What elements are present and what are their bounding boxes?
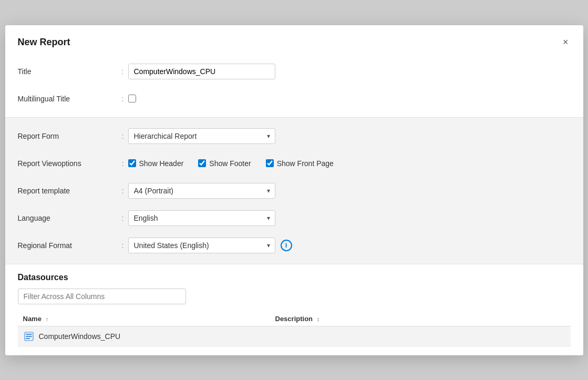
report-form-select[interactable]: Hierarchical Report Tabular Report Summa… (128, 128, 275, 144)
multilingual-row: Multilingual Title : (18, 89, 571, 109)
regional-info-icon[interactable]: i (281, 240, 292, 251)
language-label: Language (18, 214, 118, 222)
datasources-section: Datasources Name ↑ Description ↕ (5, 264, 583, 355)
title-control (128, 64, 571, 79)
viewoptions-separator: : (118, 159, 128, 168)
viewoptions-control: Show Header Show Footer Show Front Page (128, 159, 571, 168)
new-report-dialog: New Report × Title : Multilingual Title … (5, 25, 583, 355)
report-form-select-wrapper: Hierarchical Report Tabular Report Summa… (128, 128, 275, 144)
desc-sort-icon[interactable]: ↕ (317, 316, 320, 322)
language-control: English German French Spanish ▾ (128, 210, 571, 226)
report-form-label: Report Form (18, 132, 118, 140)
datasource-svg-icon (24, 332, 34, 341)
col-desc-label: Description (275, 315, 313, 323)
section-white: Title : Multilingual Title : (5, 57, 583, 117)
svg-rect-3 (26, 338, 30, 339)
multilingual-checkbox[interactable] (128, 95, 136, 102)
title-row: Title : (18, 61, 571, 81)
multilingual-label: Multilingual Title (18, 95, 118, 103)
title-input[interactable] (128, 64, 275, 79)
show-header-wrapper: Show Header (128, 159, 184, 168)
report-template-row: Report template : A4 (Portrait) A4 (Land… (18, 181, 571, 201)
dialog-title: New Report (18, 37, 70, 48)
regional-format-separator: : (118, 241, 128, 250)
multilingual-separator: : (118, 95, 128, 103)
report-template-select[interactable]: A4 (Portrait) A4 (Landscape) Letter (Por… (128, 183, 275, 199)
regional-format-select[interactable]: United States (English) United Kingdom (… (128, 238, 275, 253)
datasources-table: Name ↑ Description ↕ (18, 312, 571, 347)
datasource-icon (23, 331, 35, 342)
show-footer-label: Show Footer (209, 159, 251, 168)
language-separator: : (118, 214, 128, 222)
row-name-cell: ComputerWindows_CPU (23, 331, 275, 342)
report-template-control: A4 (Portrait) A4 (Landscape) Letter (Por… (128, 183, 571, 199)
viewoptions-label: Report Viewoptions (18, 159, 118, 168)
report-template-select-wrapper: A4 (Portrait) A4 (Landscape) Letter (Por… (128, 183, 275, 199)
language-row: Language : English German French Spanish… (18, 208, 571, 228)
regional-format-label: Regional Format (18, 241, 118, 250)
svg-rect-1 (26, 334, 32, 335)
section-gray: Report Form : Hierarchical Report Tabula… (5, 118, 583, 264)
viewoptions-row: Report Viewoptions : Show Header Show Fo… (18, 153, 571, 173)
name-sort-icon[interactable]: ↑ (46, 316, 49, 322)
datasources-title: Datasources (18, 273, 571, 282)
report-form-row: Report Form : Hierarchical Report Tabula… (18, 126, 571, 146)
svg-rect-2 (26, 336, 32, 337)
close-button[interactable]: × (561, 35, 571, 50)
col-name-header: Name ↑ (23, 315, 275, 323)
show-footer-wrapper: Show Footer (198, 159, 251, 168)
regional-row: United States (English) United Kingdom (… (128, 238, 571, 253)
dialog-header: New Report × (5, 25, 583, 57)
show-header-checkbox[interactable] (128, 159, 136, 167)
report-form-separator: : (118, 132, 128, 140)
multilingual-control (128, 95, 571, 102)
show-frontpage-wrapper: Show Front Page (266, 159, 334, 168)
regional-format-select-wrapper: United States (English) United Kingdom (… (128, 238, 275, 253)
show-header-label: Show Header (139, 159, 184, 168)
show-footer-checkbox[interactable] (198, 159, 206, 167)
regional-format-row: Regional Format : United States (English… (18, 235, 571, 255)
report-form-control: Hierarchical Report Tabular Report Summa… (128, 128, 571, 144)
table-header: Name ↑ Description ↕ (18, 312, 571, 326)
datasource-name: ComputerWindows_CPU (39, 332, 121, 341)
title-label: Title (18, 67, 118, 76)
language-select-wrapper: English German French Spanish ▾ (128, 210, 275, 226)
show-frontpage-label: Show Front Page (277, 159, 334, 168)
report-template-label: Report template (18, 187, 118, 195)
table-row: ComputerWindows_CPU (18, 326, 571, 347)
language-select[interactable]: English German French Spanish (128, 210, 275, 226)
show-frontpage-checkbox[interactable] (266, 159, 274, 167)
regional-format-control: United States (English) United Kingdom (… (128, 238, 571, 253)
title-separator: : (118, 67, 128, 76)
col-name-label: Name (23, 315, 42, 323)
filter-input[interactable] (18, 289, 186, 304)
report-template-separator: : (118, 187, 128, 195)
col-desc-header: Description ↕ (275, 315, 565, 323)
